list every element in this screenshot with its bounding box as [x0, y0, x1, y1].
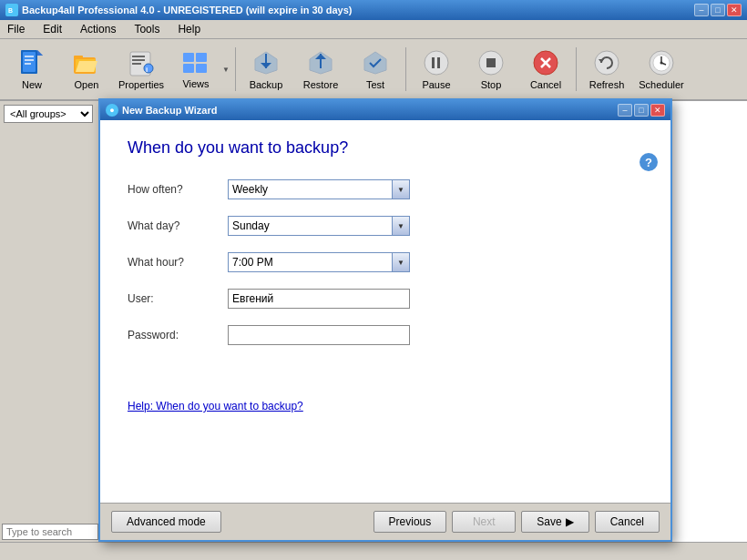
svg-rect-10	[74, 56, 83, 59]
search-area	[0, 522, 100, 542]
menu-tools[interactable]: Tools	[130, 22, 163, 36]
menu-actions[interactable]: Actions	[77, 22, 119, 36]
toolbar-pause-label: Pause	[422, 79, 450, 90]
dialog-title-left: ● New Backup Wizard	[106, 104, 217, 117]
previous-button[interactable]: Previous	[374, 511, 447, 533]
toolbar-open[interactable]: Open	[60, 43, 113, 96]
new-backup-wizard-dialog: ● New Backup Wizard – □ ✕ ? When do you …	[98, 98, 672, 542]
svg-point-30	[425, 51, 448, 75]
group-select[interactable]: <All groups>	[4, 105, 93, 123]
properties-icon: i	[127, 48, 156, 77]
save-button[interactable]: Save ▶	[521, 511, 588, 533]
status-bar	[0, 542, 747, 560]
minimize-button[interactable]: –	[694, 4, 709, 16]
toolbar-stop[interactable]: Stop	[465, 43, 517, 96]
svg-rect-6	[25, 63, 31, 65]
svg-rect-34	[486, 58, 496, 67]
how-often-select[interactable]: Weekly Once Daily Monthly	[228, 179, 410, 199]
toolbar-refresh-label: Refresh	[589, 79, 625, 90]
toolbar-cancel[interactable]: Cancel	[519, 43, 572, 96]
dialog-close-button[interactable]: ✕	[650, 104, 665, 117]
toolbar-views-label: Views	[182, 78, 209, 89]
password-label: Password:	[128, 329, 228, 341]
what-hour-label: What hour?	[128, 256, 228, 269]
app-title: Backup4all Professional 4.0 - UNREGISTER…	[22, 5, 353, 15]
separator-3	[576, 47, 577, 91]
menu-bar: File Edit Actions Tools Help	[0, 20, 747, 39]
what-hour-row: What hour? 7:00 PM 12:00 AM 1:00 AM 6:00…	[128, 252, 643, 272]
svg-point-38	[595, 51, 619, 75]
user-row: User:	[128, 289, 643, 309]
svg-rect-15	[132, 59, 145, 61]
close-button[interactable]: ✕	[727, 4, 742, 16]
what-hour-select[interactable]: 7:00 PM 12:00 AM 1:00 AM 6:00 PM 8:00 PM	[228, 252, 410, 272]
separator-1	[235, 47, 236, 91]
how-often-label: How often?	[128, 183, 228, 196]
toolbar-views[interactable]: Views ▼	[169, 43, 231, 96]
svg-rect-14	[132, 56, 145, 57]
user-input[interactable]	[228, 289, 410, 309]
save-arrow-icon: ▶	[566, 515, 574, 528]
toolbar-refresh[interactable]: Refresh	[580, 43, 633, 96]
help-icon[interactable]: ?	[640, 153, 658, 171]
app-icon: B	[5, 4, 18, 16]
toolbar-new[interactable]: New	[5, 43, 58, 96]
toolbar-properties[interactable]: i Properties	[115, 43, 168, 96]
svg-point-44	[660, 62, 663, 65]
restore-icon	[306, 48, 335, 77]
dialog-maximize-button[interactable]: □	[634, 104, 649, 117]
dialog-footer: Advanced mode Previous Next Save ▶ Cance…	[100, 503, 670, 540]
what-day-select-container: Sunday Monday Tuesday Wednesday Thursday…	[228, 216, 410, 236]
help-link[interactable]: Help: When do you want to backup?	[128, 400, 643, 412]
svg-marker-29	[364, 52, 386, 74]
toolbar-scheduler[interactable]: Scheduler	[635, 43, 688, 96]
toolbar-test[interactable]: Test	[349, 43, 402, 96]
toolbar-properties-label: Properties	[118, 79, 164, 90]
what-day-select[interactable]: Sunday Monday Tuesday Wednesday Thursday…	[228, 216, 410, 236]
dialog-controls: – □ ✕	[618, 104, 665, 117]
toolbar-pause[interactable]: Pause	[410, 43, 463, 96]
svg-rect-22	[196, 64, 207, 73]
title-bar-controls: – □ ✕	[694, 4, 742, 16]
menu-file[interactable]: File	[4, 22, 28, 36]
cancel-icon	[531, 48, 560, 77]
backup-icon	[251, 48, 281, 77]
dialog-heading: When do you want to backup?	[128, 138, 643, 158]
toolbar: New Open i Properties	[0, 39, 747, 101]
advanced-mode-button[interactable]: Advanced mode	[111, 511, 221, 533]
pause-icon	[422, 48, 451, 77]
what-hour-select-container: 7:00 PM 12:00 AM 1:00 AM 6:00 PM 8:00 PM…	[228, 252, 410, 272]
user-label: User:	[128, 292, 228, 305]
maximize-button[interactable]: □	[711, 4, 725, 16]
how-often-row: How often? Weekly Once Daily Monthly ▼	[128, 179, 643, 199]
svg-rect-20	[196, 53, 207, 62]
open-icon	[72, 48, 101, 77]
toolbar-restore[interactable]: Restore	[294, 43, 347, 96]
save-label: Save	[537, 515, 561, 528]
dialog-minimize-button[interactable]: –	[618, 104, 632, 117]
password-row: Password:	[128, 325, 643, 345]
toolbar-new-label: New	[22, 79, 42, 90]
views-dropdown-arrow[interactable]: ▼	[221, 44, 230, 95]
footer-left: Advanced mode	[111, 511, 221, 533]
svg-rect-21	[183, 64, 194, 73]
dialog-title-icon: ●	[106, 104, 118, 117]
title-bar: B Backup4all Professional 4.0 - UNREGIST…	[0, 0, 747, 20]
password-input[interactable]	[228, 325, 410, 345]
next-button[interactable]: Next	[452, 511, 516, 533]
views-icon	[181, 49, 210, 78]
new-icon	[17, 48, 46, 77]
toolbar-test-label: Test	[366, 79, 384, 90]
search-input[interactable]	[2, 524, 98, 540]
menu-edit[interactable]: Edit	[39, 22, 66, 36]
toolbar-backup[interactable]: Backup	[240, 43, 292, 96]
svg-text:i: i	[146, 66, 148, 74]
sidebar: <All groups>	[0, 101, 100, 543]
svg-rect-5	[25, 59, 34, 61]
menu-help[interactable]: Help	[174, 22, 204, 36]
test-icon	[361, 48, 390, 77]
svg-rect-31	[432, 57, 435, 68]
scheduler-icon	[647, 48, 676, 77]
cancel-button[interactable]: Cancel	[595, 511, 660, 533]
dialog-body: ? When do you want to backup? How often?…	[100, 120, 670, 503]
